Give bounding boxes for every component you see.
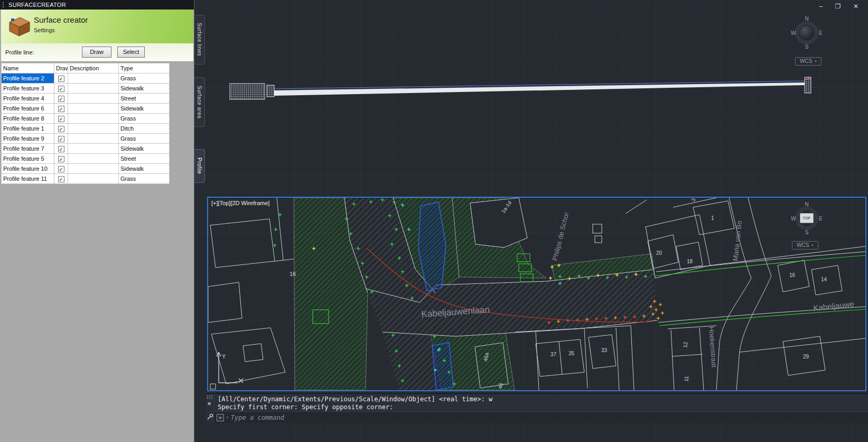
wcs-badge-map[interactable]: WCS ▾: [792, 241, 818, 250]
draw-checkbox[interactable]: ✓: [58, 96, 64, 102]
table-row[interactable]: Profile feature 1✓Ditch: [2, 124, 170, 134]
row-name[interactable]: Profile feature 10: [2, 164, 54, 174]
row-type[interactable]: Grass: [119, 174, 170, 184]
profile-wall-block: [230, 84, 265, 99]
profile-surface-wedge: [274, 82, 807, 96]
parcel-number-label: 11: [683, 375, 689, 382]
row-description[interactable]: [68, 84, 119, 94]
row-type[interactable]: Grass: [119, 73, 170, 84]
row-type[interactable]: Sidewalk: [119, 164, 170, 174]
compass-north[interactable]: N: [805, 201, 808, 207]
maximize-icon[interactable]: ❐: [830, 2, 845, 11]
compass-west[interactable]: W: [791, 216, 796, 222]
panel-titlebar[interactable]: SURFACECREATOR: [0, 0, 194, 10]
table-row[interactable]: Profile feature 9✓Grass: [2, 134, 170, 144]
table-row[interactable]: Profile feature 11✓Grass: [2, 174, 170, 184]
close-icon[interactable]: ✕: [848, 2, 863, 11]
row-description[interactable]: [68, 154, 119, 164]
table-row[interactable]: Profile feature 7✓Sidewalk: [2, 144, 170, 154]
row-name[interactable]: Profile feature 3: [2, 84, 54, 94]
row-name[interactable]: Profile feature 6: [2, 104, 54, 114]
viewport-controls-label[interactable]: [+][Top][2D Wireframe]: [211, 200, 269, 206]
draw-checkbox[interactable]: ✓: [58, 86, 64, 92]
select-button[interactable]: Select: [117, 47, 145, 58]
viewcube-top-button[interactable]: TOP: [800, 213, 814, 223]
survey-marker: [548, 276, 553, 280]
viewcube-sphere[interactable]: [800, 26, 814, 40]
draw-checkbox[interactable]: ✓: [58, 146, 64, 152]
table-row[interactable]: Profile feature 3✓Sidewalk: [2, 84, 170, 94]
map-viewport[interactable]: [+][Top][2D Wireframe]: [207, 197, 866, 391]
command-history[interactable]: [All/Center/Dynamic/Extents/Previous/Sca…: [214, 394, 868, 411]
draw-checkbox[interactable]: ✓: [58, 116, 64, 122]
compass-south[interactable]: S: [805, 44, 809, 50]
row-description[interactable]: [68, 94, 119, 104]
drag-grip-icon[interactable]: [207, 395, 213, 399]
navigation-compass[interactable]: N S W E: [791, 17, 822, 48]
row-type[interactable]: Grass: [119, 114, 170, 124]
row-type[interactable]: Street: [119, 154, 170, 164]
row-type[interactable]: Sidewalk: [119, 84, 170, 94]
row-description[interactable]: [68, 104, 119, 114]
parcel-number-label: 33: [601, 347, 608, 353]
tab-profile[interactable]: Profile: [194, 149, 205, 183]
row-name[interactable]: Profile feature 5: [2, 154, 54, 164]
command-rail: ✕: [206, 394, 214, 423]
table-row[interactable]: Profile feature 5✓Street: [2, 154, 170, 164]
row-description[interactable]: [68, 164, 119, 174]
draw-checkbox[interactable]: ✓: [58, 166, 64, 172]
table-row[interactable]: Profile feature 2✓Grass: [2, 73, 170, 84]
row-name[interactable]: Profile feature 4: [2, 94, 54, 104]
tab-surface-lines[interactable]: Surface lines: [194, 15, 205, 65]
row-description[interactable]: [68, 134, 119, 144]
compass-south[interactable]: S: [805, 229, 809, 235]
row-type[interactable]: Ditch: [119, 124, 170, 134]
row-name[interactable]: Profile feature 11: [2, 174, 54, 184]
row-name[interactable]: Profile feature 1: [2, 124, 54, 134]
table-row[interactable]: Profile feature 6✓Sidewalk: [2, 104, 170, 114]
column-header-type[interactable]: Type: [119, 63, 170, 73]
row-name[interactable]: Profile feature 7: [2, 144, 54, 154]
row-type[interactable]: Sidewalk: [119, 144, 170, 154]
draw-checkbox[interactable]: ✓: [58, 156, 64, 162]
row-type[interactable]: Grass: [119, 134, 170, 144]
draw-checkbox[interactable]: ✓: [58, 106, 64, 112]
row-type[interactable]: Sidewalk: [119, 104, 170, 114]
row-description[interactable]: [68, 144, 119, 154]
row-name[interactable]: Profile feature 9: [2, 134, 54, 144]
row-description[interactable]: [68, 124, 119, 134]
table-row[interactable]: Profile feature 10✓Sidewalk: [2, 164, 170, 174]
draw-checkbox[interactable]: ✓: [58, 76, 64, 82]
compass-north[interactable]: N: [805, 16, 808, 22]
wrench-icon[interactable]: [207, 413, 213, 420]
column-header-name[interactable]: Name: [2, 63, 54, 73]
column-header-description[interactable]: Description: [68, 63, 119, 73]
chevron-down-icon[interactable]: ▾: [226, 415, 229, 420]
minimize-icon[interactable]: –: [814, 2, 828, 11]
parcel-number-label: 20: [656, 250, 662, 256]
row-name[interactable]: Profile feature 8: [2, 114, 54, 124]
row-description[interactable]: [68, 174, 119, 184]
compass-east[interactable]: E: [819, 216, 823, 222]
survey-marker: [660, 311, 665, 315]
row-name[interactable]: Profile feature 2: [2, 73, 54, 84]
close-command-icon[interactable]: ✕: [207, 401, 211, 407]
draw-checkbox[interactable]: ✓: [58, 176, 64, 182]
compass-west[interactable]: W: [791, 30, 796, 36]
draw-checkbox[interactable]: ✓: [58, 126, 64, 132]
command-input[interactable]: [231, 414, 442, 421]
row-description[interactable]: [68, 73, 119, 84]
draw-checkbox[interactable]: ✓: [58, 136, 64, 142]
tab-surface-area[interactable]: Surface area: [194, 77, 205, 127]
column-header-draw[interactable]: Draw: [54, 63, 68, 73]
row-type[interactable]: Street: [119, 94, 170, 104]
drag-grip-icon[interactable]: [2, 2, 4, 8]
compass-east[interactable]: E: [819, 30, 823, 36]
table-row[interactable]: Profile feature 4✓Street: [2, 94, 170, 104]
navigation-compass-map[interactable]: N S W E TOP: [791, 203, 822, 234]
draw-button[interactable]: Draw: [82, 47, 111, 58]
row-description[interactable]: [68, 114, 119, 124]
command-prompt-icon[interactable]: >: [217, 414, 224, 421]
table-row[interactable]: Profile feature 8✓Grass: [2, 114, 170, 124]
wcs-badge[interactable]: WCS ▾: [795, 57, 822, 66]
